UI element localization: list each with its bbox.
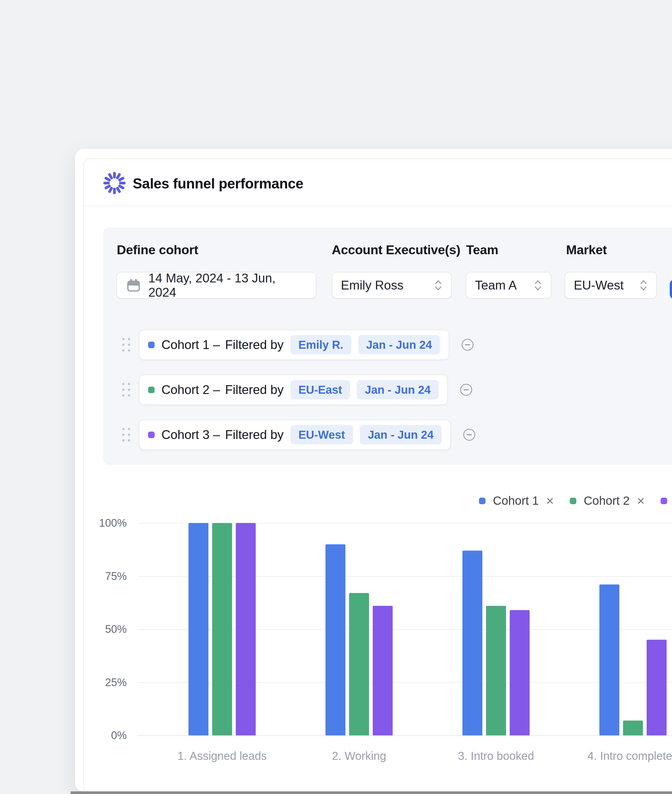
filtered-by-label: Filtered by bbox=[225, 428, 283, 442]
bar-cohort-3-cat2 bbox=[373, 606, 393, 735]
legend-swatch bbox=[570, 498, 576, 504]
cohort-row: Cohort 2 – Filtered by EU-East Jan - Jun… bbox=[122, 375, 472, 405]
team-value: Team A bbox=[475, 278, 517, 292]
chevron-updown-icon bbox=[639, 278, 648, 292]
cohort-2-card[interactable]: Cohort 2 – Filtered by EU-East Jan - Jun… bbox=[139, 375, 448, 405]
y-axis-tick: 75% bbox=[74, 570, 127, 583]
chevron-updown-icon bbox=[434, 278, 443, 292]
remove-cohort-icon[interactable] bbox=[462, 339, 474, 351]
drag-handle-icon[interactable] bbox=[122, 383, 130, 396]
legend-label: Cohort 1 bbox=[493, 494, 539, 508]
drag-handle-icon[interactable] bbox=[122, 338, 130, 351]
edge-action-button[interactable] bbox=[670, 280, 672, 299]
header-divider bbox=[84, 206, 672, 206]
date-range-input[interactable]: 14 May, 2024 - 13 Jun, 2024 bbox=[117, 272, 316, 299]
define-cohort-label: Define cohort bbox=[117, 243, 198, 257]
account-executive-value: Emily Ross bbox=[341, 278, 403, 292]
account-executive-select[interactable]: Emily Ross bbox=[332, 272, 451, 299]
filtered-by-label: Filtered by bbox=[225, 383, 283, 397]
filter-chip[interactable]: Jan - Jun 24 bbox=[360, 425, 442, 444]
legend-swatch bbox=[661, 498, 667, 504]
remove-cohort-icon[interactable] bbox=[460, 384, 472, 396]
legend-item-cohort-1[interactable]: Cohort 1 × bbox=[479, 494, 554, 508]
cohort-name: Cohort 2 – bbox=[162, 383, 220, 397]
bar-cohort-2-cat1 bbox=[212, 523, 232, 735]
filter-chip[interactable]: Jan - Jun 24 bbox=[358, 335, 440, 355]
remove-cohort-icon[interactable] bbox=[463, 429, 475, 441]
cohort-row: Cohort 3 – Filtered by EU-West Jan - Jun… bbox=[122, 420, 475, 450]
bar-cohort-3-cat4 bbox=[646, 640, 667, 735]
account-executives-label: Account Executive(s) bbox=[332, 243, 461, 257]
cohort-row: Cohort 1 – Filtered by Emily R. Jan - Ju… bbox=[122, 330, 474, 360]
y-axis-tick: 25% bbox=[74, 676, 127, 689]
calendar-icon bbox=[127, 278, 140, 292]
gridline-0-baseline bbox=[138, 735, 672, 736]
close-icon[interactable]: × bbox=[637, 494, 645, 507]
bottom-edge-bar bbox=[70, 791, 672, 794]
drag-handle-icon[interactable] bbox=[122, 428, 130, 441]
x-axis-category: 2. Working bbox=[288, 749, 430, 762]
bar-cohort-2-cat4 bbox=[623, 721, 643, 735]
cohort-color-swatch bbox=[148, 387, 155, 393]
y-axis-tick: 0% bbox=[74, 729, 127, 741]
x-axis-category: 1. Assigned leads bbox=[151, 749, 293, 762]
x-axis-category: 4. Intro completed bbox=[562, 749, 672, 762]
bar-cohort-2-cat3 bbox=[486, 606, 506, 735]
chevron-updown-icon bbox=[534, 278, 542, 292]
filter-chip[interactable]: Emily R. bbox=[290, 335, 351, 355]
market-label: Market bbox=[566, 243, 607, 257]
filter-chip[interactable]: Jan - Jun 24 bbox=[357, 380, 438, 399]
bar-cohort-3-cat3 bbox=[510, 610, 530, 735]
cohort-color-swatch bbox=[148, 431, 155, 438]
cohort-3-card[interactable]: Cohort 3 – Filtered by EU-West Jan - Jun… bbox=[139, 420, 451, 450]
y-axis-tick: 100% bbox=[74, 517, 127, 529]
legend-item-cohort-3[interactable]: Cohort 3 × bbox=[661, 494, 672, 508]
bar-cohort-3-cat1 bbox=[236, 523, 256, 735]
chart-legend: Cohort 1 × Cohort 2 × Cohort 3 × bbox=[479, 495, 672, 507]
dashboard-page: Sales funnel performance Define cohort A… bbox=[0, 0, 672, 794]
team-label: Team bbox=[466, 243, 498, 257]
bar-cohort-1-cat1 bbox=[189, 523, 208, 735]
close-icon[interactable]: × bbox=[546, 494, 554, 507]
y-axis-tick: 50% bbox=[74, 623, 127, 636]
legend-label: Cohort 2 bbox=[584, 494, 630, 508]
bar-cohort-2-cat2 bbox=[349, 593, 369, 735]
bar-cohort-1-cat4 bbox=[599, 585, 619, 735]
app-logo-icon bbox=[103, 172, 126, 194]
cohort-1-card[interactable]: Cohort 1 – Filtered by Emily R. Jan - Ju… bbox=[139, 330, 449, 360]
cohort-color-swatch bbox=[148, 342, 155, 348]
legend-swatch bbox=[479, 498, 485, 504]
legend-item-cohort-2[interactable]: Cohort 2 × bbox=[570, 494, 645, 508]
cohort-name: Cohort 1 – bbox=[162, 338, 220, 352]
x-axis-category: 3. Intro booked bbox=[425, 749, 567, 762]
page-title: Sales funnel performance bbox=[133, 176, 303, 192]
cohort-name: Cohort 3 – bbox=[162, 428, 220, 442]
market-value: EU-West bbox=[574, 278, 624, 292]
bar-cohort-1-cat3 bbox=[462, 551, 482, 735]
team-select[interactable]: Team A bbox=[466, 272, 551, 299]
filter-chip[interactable]: EU-West bbox=[290, 425, 353, 444]
market-select[interactable]: EU-West bbox=[565, 272, 657, 299]
filter-chip[interactable]: EU-East bbox=[290, 380, 350, 399]
filtered-by-label: Filtered by bbox=[225, 338, 283, 352]
bar-cohort-1-cat2 bbox=[325, 544, 346, 735]
date-range-value: 14 May, 2024 - 13 Jun, 2024 bbox=[148, 271, 306, 299]
